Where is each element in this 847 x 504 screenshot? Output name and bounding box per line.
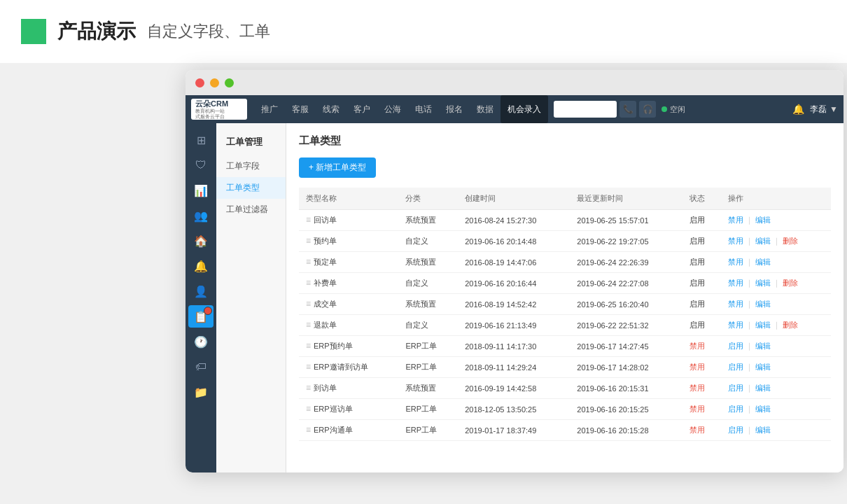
nav-item-gonghai[interactable]: 公海	[377, 95, 408, 123]
row-name: ≡预定单	[299, 252, 398, 273]
col-header-status: 状态	[682, 188, 721, 210]
maximize-dot[interactable]	[225, 78, 234, 88]
sidebar-icon-tag[interactable]: 🏷	[188, 356, 214, 378]
action-delete[interactable]: 删除	[783, 279, 798, 287]
left-panel-item-filters[interactable]: 工单过滤器	[216, 199, 286, 220]
minimize-dot[interactable]	[210, 78, 219, 88]
content-title: 工单类型	[299, 134, 831, 148]
sidebar-icon-grid[interactable]: ⊞	[188, 129, 214, 151]
user-dropdown-icon[interactable]: ▼	[830, 104, 838, 114]
action-编辑[interactable]: 编辑	[755, 363, 771, 371]
action-启用[interactable]: 启用	[728, 342, 743, 350]
banner-title: 产品演示	[57, 18, 136, 45]
row-actions: 启用｜编辑	[721, 420, 831, 441]
nav-item-active[interactable]: 机会录入	[500, 95, 548, 123]
drag-icon: ≡	[306, 257, 311, 267]
action-编辑[interactable]: 编辑	[755, 384, 771, 392]
drag-icon: ≡	[306, 320, 311, 330]
action-编辑[interactable]: 编辑	[755, 342, 771, 350]
row-updated: 2019-06-24 22:26:39	[570, 252, 682, 273]
action-禁用[interactable]: 禁用	[728, 321, 743, 329]
sidebar-icon-shield[interactable]: 🛡	[188, 154, 214, 176]
sidebar-icon-ticket[interactable]: 📋	[188, 305, 214, 328]
left-panel-item-fields[interactable]: 工单字段	[216, 155, 286, 177]
action-启用[interactable]: 启用	[728, 363, 743, 371]
sidebar-icon-bell[interactable]: 🔔	[188, 255, 214, 277]
action-编辑[interactable]: 编辑	[755, 237, 771, 245]
action-编辑[interactable]: 编辑	[755, 258, 771, 266]
row-name: ≡到访单	[299, 378, 398, 399]
headset-icon-btn[interactable]: 🎧	[639, 101, 656, 118]
action-启用[interactable]: 启用	[728, 405, 743, 413]
row-status: 禁用	[682, 399, 721, 420]
green-square-icon	[21, 19, 46, 44]
action-编辑[interactable]: 编辑	[755, 426, 771, 434]
row-name: ≡ERP沟通单	[299, 420, 398, 441]
row-created: 2016-09-19 14:42:58	[458, 378, 570, 399]
main-layout: ⊞ 🛡 📊 👥 🏠 🔔 👤 📋 🕐 🏷 📁 工单管理 工单字段 工单类型 工单过…	[186, 123, 844, 472]
action-delete[interactable]: 删除	[783, 321, 798, 329]
logo-sub-text: 教育机构一站 式服务云平台	[195, 108, 228, 119]
action-启用[interactable]: 启用	[728, 384, 743, 392]
action-delete[interactable]: 删除	[783, 237, 798, 245]
nav-item-kefu[interactable]: 客服	[285, 95, 316, 123]
nav-item-kehu[interactable]: 客户	[346, 95, 377, 123]
action-编辑[interactable]: 编辑	[755, 300, 771, 308]
action-编辑[interactable]: 编辑	[755, 321, 771, 329]
action-启用[interactable]: 启用	[728, 426, 743, 434]
action-禁用[interactable]: 禁用	[728, 279, 743, 287]
action-禁用[interactable]: 禁用	[728, 300, 743, 308]
row-actions: 禁用｜编辑	[721, 210, 831, 231]
close-dot[interactable]	[195, 78, 204, 88]
action-禁用[interactable]: 禁用	[728, 258, 743, 266]
sidebar-icon-user[interactable]: 👤	[188, 280, 214, 302]
col-header-name: 类型名称	[299, 188, 398, 210]
add-ticket-type-button[interactable]: + 新增工单类型	[299, 158, 376, 178]
action-separator: ｜	[746, 363, 753, 371]
action-separator: ｜	[746, 216, 753, 224]
online-dot-icon	[662, 106, 667, 112]
row-name: ≡退款单	[299, 315, 398, 336]
nav-item-dianhua[interactable]: 电话	[408, 95, 439, 123]
row-actions: 禁用｜编辑｜删除	[721, 315, 831, 336]
row-category: 系统预置	[398, 294, 458, 315]
sidebar-icon-folder[interactable]: 📁	[188, 381, 214, 403]
action-编辑[interactable]: 编辑	[755, 279, 771, 287]
browser-chrome	[186, 70, 844, 95]
action-编辑[interactable]: 编辑	[755, 405, 771, 413]
nav-item-tuiguang[interactable]: 推广	[254, 95, 285, 123]
table-row: ≡ERP预约单ERP工单2018-09-11 14:17:302019-06-1…	[299, 336, 831, 357]
banner-subtitle: 自定义字段、工单	[147, 21, 270, 42]
sidebar-icon-users[interactable]: 👥	[188, 204, 214, 227]
row-status: 启用	[682, 210, 721, 231]
nav-item-shuju[interactable]: 数据	[470, 95, 500, 123]
nav-item-xinsuo[interactable]: 线索	[316, 95, 346, 123]
row-updated: 2019-06-22 19:27:05	[570, 231, 682, 252]
sidebar-icon-clock[interactable]: 🕐	[188, 330, 214, 353]
row-name: ≡回访单	[299, 210, 398, 231]
user-name: 李磊	[810, 104, 827, 115]
sidebar-icon-chart[interactable]: 📊	[188, 179, 214, 202]
bell-icon[interactable]: 🔔	[792, 104, 804, 115]
table-row: ≡预约单自定义2019-06-16 20:14:482019-06-22 19:…	[299, 231, 831, 252]
action-separator: ｜	[746, 384, 753, 392]
row-created: 2016-08-19 14:52:42	[458, 294, 570, 315]
col-header-created: 创建时间	[458, 188, 570, 210]
action-禁用[interactable]: 禁用	[728, 216, 743, 224]
row-category: ERP工单	[398, 357, 458, 378]
search-input[interactable]	[554, 101, 617, 118]
top-nav: 云朵CRM 教育机构一站 式服务云平台 推广 客服 线索 客户 公海 电话 报名…	[186, 95, 844, 123]
drag-icon: ≡	[306, 362, 311, 372]
table-row: ≡ERP邀请到访单ERP工单2018-09-11 14:29:242019-06…	[299, 357, 831, 378]
phone-icon-btn[interactable]: 📞	[620, 101, 636, 118]
action-编辑[interactable]: 编辑	[755, 216, 771, 224]
action-禁用[interactable]: 禁用	[728, 237, 743, 245]
sidebar-icon-home[interactable]: 🏠	[188, 230, 214, 252]
table-row: ≡到访单系统预置2016-09-19 14:42:582019-06-16 20…	[299, 378, 831, 399]
left-panel-item-types[interactable]: 工单类型	[216, 177, 286, 199]
row-updated: 2019-06-22 22:51:32	[570, 315, 682, 336]
col-header-updated: 最近更新时间	[570, 188, 682, 210]
nav-item-baoming[interactable]: 报名	[439, 95, 470, 123]
row-created: 2019-06-16 20:14:48	[458, 231, 570, 252]
row-updated: 2019-06-25 16:20:40	[570, 294, 682, 315]
